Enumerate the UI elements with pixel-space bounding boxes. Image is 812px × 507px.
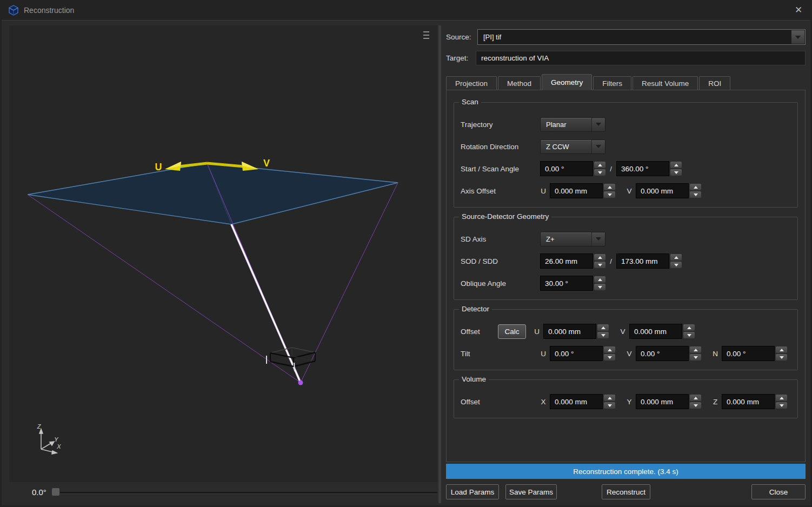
detector-offset-v-up-button[interactable]: [683, 324, 695, 331]
title-bar: Reconstruction ✕: [2, 0, 810, 21]
oblique-angle-label: Oblique Angle: [461, 279, 540, 288]
detector-tilt-v-field[interactable]: 0.00 °: [636, 346, 689, 361]
sod-down-button[interactable]: [594, 262, 605, 268]
calc-button[interactable]: Calc: [498, 324, 526, 339]
detector-tilt-v-up-button[interactable]: [690, 346, 701, 353]
rotation-direction-combobox[interactable]: Z CCW: [540, 139, 605, 154]
detector-plane: [28, 163, 398, 224]
scan-group: Scan Trajectory Planar Rotation Directio…: [454, 102, 798, 208]
geometry-tab-pane: Scan Trajectory Planar Rotation Directio…: [446, 90, 806, 462]
save-params-button[interactable]: Save Params: [505, 484, 557, 499]
detector-tilt-n-field[interactable]: 0.00 °: [722, 346, 775, 361]
panel-splitter[interactable]: [438, 25, 441, 503]
detector-tilt-u-up-button[interactable]: [604, 346, 615, 353]
detector-offset-u-up-button[interactable]: [597, 324, 609, 331]
window-close-button[interactable]: ✕: [787, 0, 810, 21]
detector-offset-v-down-button[interactable]: [683, 332, 695, 338]
volume-offset-x-down-button[interactable]: [604, 402, 615, 409]
sdd-field[interactable]: 173.00 mm: [616, 254, 669, 269]
detector-offset-u-field[interactable]: 0.000 mm: [543, 324, 596, 339]
volume-offset-label: Offset: [461, 398, 540, 406]
detector-group: Detector Offset Calc U 0.000 mm V 0.000 …: [454, 309, 798, 370]
tab-geometry[interactable]: Geometry: [542, 74, 592, 90]
load-params-button[interactable]: Load Params: [446, 484, 499, 499]
detector-tilt-u-down-button[interactable]: [604, 354, 615, 361]
detector-tilt-u-field[interactable]: 0.00 °: [550, 346, 603, 361]
sd-axis-combobox[interactable]: Z+: [540, 232, 605, 246]
scene-viewport[interactable]: U V Z Y X: [9, 25, 437, 482]
rotation-direction-label: Rotation Direction: [461, 143, 540, 151]
scan-angle-field[interactable]: 360.00 °: [616, 161, 669, 176]
tab-roi[interactable]: ROI: [699, 76, 730, 90]
axis-offset-u-letter: U: [540, 187, 547, 195]
action-button-row: Load Params Save Params Reconstruct Clos…: [446, 484, 806, 499]
volume-offset-y-spinbox: 0.000 mm: [636, 394, 701, 409]
axis-offset-u-field[interactable]: 0.000 mm: [550, 183, 603, 198]
close-button[interactable]: Close: [751, 484, 806, 499]
sdd-down-button[interactable]: [670, 262, 682, 268]
chevron-down-icon[interactable]: [791, 30, 804, 44]
sod-field[interactable]: 26.00 mm: [540, 254, 593, 269]
target-input[interactable]: [476, 51, 806, 65]
scan-angle-spinbox: 360.00 °: [616, 161, 682, 176]
volume-offset-y-field[interactable]: 0.000 mm: [636, 394, 689, 409]
axis-offset-u-up-button[interactable]: [604, 184, 615, 190]
volume-offset-z-letter: Z: [712, 398, 718, 406]
volume-offset-z-up-button[interactable]: [776, 395, 787, 401]
axis-offset-u-down-button[interactable]: [604, 191, 615, 198]
axis-offset-v-letter: V: [626, 187, 633, 195]
volume-offset-x-field[interactable]: 0.000 mm: [550, 394, 603, 409]
detector-offset-u-down-button[interactable]: [597, 332, 609, 338]
chevron-down-icon[interactable]: [591, 118, 605, 131]
scan-angle-up-button[interactable]: [670, 162, 682, 168]
axis-offset-u-spinbox: 0.000 mm: [550, 183, 615, 198]
volume-offset-y-up-button[interactable]: [690, 395, 701, 401]
volume-offset-z-field[interactable]: 0.000 mm: [722, 394, 775, 409]
axis-offset-v-field[interactable]: 0.000 mm: [636, 183, 689, 198]
detector-tilt-u-letter: U: [540, 350, 547, 358]
detector-offset-u-letter: U: [534, 328, 540, 336]
progress-bar: Reconstruction complete. (3.4 s): [446, 464, 806, 479]
volume-offset-x-up-button[interactable]: [604, 395, 615, 401]
volume-offset-x-spinbox: 0.000 mm: [550, 394, 615, 409]
axis-offset-v-up-button[interactable]: [690, 184, 701, 190]
sdd-up-button[interactable]: [670, 254, 682, 261]
sod-up-button[interactable]: [594, 254, 605, 261]
start-angle-field[interactable]: 0.00 °: [540, 161, 593, 176]
trajectory-combobox[interactable]: Planar: [540, 117, 605, 132]
detector-offset-v-spinbox: 0.000 mm: [629, 324, 695, 339]
oblique-angle-spinbox: 30.00 °: [540, 276, 605, 291]
rotation-slider-handle[interactable]: [51, 488, 60, 496]
start-angle-down-button[interactable]: [594, 169, 605, 176]
sod-sdd-label: SOD / SDD: [461, 257, 540, 265]
scan-angle-down-button[interactable]: [670, 169, 682, 176]
target-label: Target:: [446, 54, 476, 62]
detector-tilt-n-up-button[interactable]: [776, 346, 787, 353]
volume-offset-z-down-button[interactable]: [776, 402, 787, 409]
rotation-angle-label: 0.0°: [32, 488, 46, 497]
rotation-slider-track[interactable]: [58, 492, 437, 494]
oblique-angle-up-button[interactable]: [594, 276, 605, 283]
detector-offset-v-field[interactable]: 0.000 mm: [629, 324, 682, 339]
chevron-down-icon[interactable]: [591, 140, 605, 154]
volume-group: Volume Offset X 0.000 mm Y 0.000 mm: [454, 379, 798, 418]
tab-filters[interactable]: Filters: [593, 76, 631, 90]
tab-method[interactable]: Method: [498, 76, 541, 90]
chevron-down-icon[interactable]: [591, 232, 605, 246]
detector-tilt-v-down-button[interactable]: [690, 354, 701, 361]
detector-tilt-n-down-button[interactable]: [776, 354, 787, 361]
detector-tilt-v-letter: V: [626, 350, 633, 358]
oblique-angle-field[interactable]: 30.00 °: [540, 276, 593, 291]
tab-projection[interactable]: Projection: [446, 76, 497, 90]
tab-result-volume[interactable]: Result Volume: [633, 76, 698, 90]
oblique-angle-down-button[interactable]: [594, 284, 605, 290]
viewport-menu-icon[interactable]: [423, 31, 429, 39]
axis-offset-v-down-button[interactable]: [690, 191, 701, 198]
start-scan-angle-label: Start / Scan Angle: [461, 165, 540, 173]
volume-offset-y-down-button[interactable]: [690, 402, 701, 409]
reconstruct-button[interactable]: Reconstruct: [602, 484, 650, 499]
start-angle-spinbox: 0.00 °: [540, 161, 605, 176]
settings-panel: Source: [PI] tif Target: Projection Meth…: [446, 25, 806, 503]
start-angle-up-button[interactable]: [594, 162, 605, 168]
source-combobox[interactable]: [PI] tif: [477, 29, 806, 45]
